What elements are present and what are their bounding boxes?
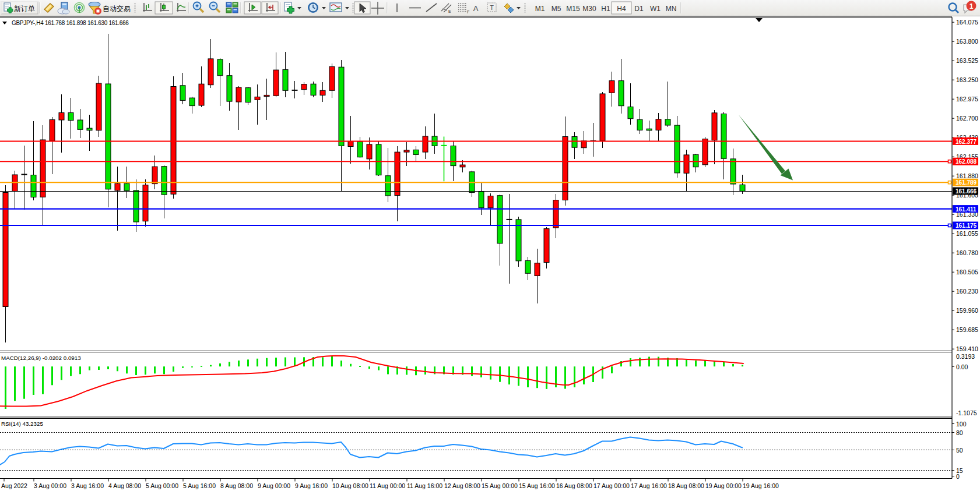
svg-text:161.411: 161.411 <box>956 206 977 213</box>
svg-text:163.250: 163.250 <box>956 76 978 83</box>
svg-text:RSI(14) 43.2325: RSI(14) 43.2325 <box>1 421 43 427</box>
svg-text:17 Aug 00:00: 17 Aug 00:00 <box>593 482 630 489</box>
svg-text:17 Aug 16:00: 17 Aug 16:00 <box>631 482 667 489</box>
svg-text:12 Aug 08:00: 12 Aug 08:00 <box>444 482 480 489</box>
svg-text:0: 0 <box>956 473 960 480</box>
svg-text:W1: W1 <box>650 5 661 13</box>
svg-text:9 Aug 16:00: 9 Aug 16:00 <box>295 482 328 489</box>
svg-text:A: A <box>473 4 479 13</box>
svg-text:-1.1075: -1.1075 <box>956 409 977 416</box>
svg-text:161.789: 161.789 <box>956 179 977 186</box>
svg-text:161.055: 161.055 <box>956 230 978 237</box>
svg-text:M1: M1 <box>535 5 545 13</box>
svg-text:E: E <box>448 9 451 13</box>
svg-text:8 Aug 08:00: 8 Aug 08:00 <box>220 482 253 489</box>
svg-text:5 Aug 00:00: 5 Aug 00:00 <box>146 482 178 489</box>
svg-text:161.175: 161.175 <box>956 222 977 229</box>
svg-text:159.960: 159.960 <box>956 307 978 314</box>
svg-text:161.880: 161.880 <box>956 172 978 179</box>
svg-text:自动交易: 自动交易 <box>103 5 131 13</box>
svg-text:1: 1 <box>970 2 974 10</box>
svg-text:19 Aug 16:00: 19 Aug 16:00 <box>743 482 779 489</box>
svg-text:163.800: 163.800 <box>956 38 978 45</box>
svg-text:164.075: 164.075 <box>956 19 978 26</box>
svg-text:新订单: 新订单 <box>14 5 35 13</box>
svg-text:MN: MN <box>666 5 677 13</box>
svg-text:100: 100 <box>956 421 967 428</box>
svg-text:162.700: 162.700 <box>956 115 978 122</box>
svg-text:10 Aug 08:00: 10 Aug 08:00 <box>332 482 368 489</box>
svg-text:162.088: 162.088 <box>956 158 977 165</box>
svg-text:0.3193: 0.3193 <box>956 353 975 360</box>
svg-text:159.685: 159.685 <box>956 326 978 333</box>
svg-text:3 Aug 16:00: 3 Aug 16:00 <box>71 482 104 489</box>
svg-text:H1: H1 <box>601 5 610 13</box>
svg-text:3 Aug 00:00: 3 Aug 00:00 <box>34 482 66 489</box>
svg-text:Aug 2022: Aug 2022 <box>1 482 27 489</box>
svg-text:159.410: 159.410 <box>956 345 978 352</box>
svg-text:15 Aug 00:00: 15 Aug 00:00 <box>482 482 518 489</box>
svg-text:160.505: 160.505 <box>956 269 978 275</box>
svg-text:0.00: 0.00 <box>956 363 968 370</box>
svg-text:M5: M5 <box>552 5 561 13</box>
svg-text:T: T <box>490 4 494 11</box>
svg-text:160.230: 160.230 <box>956 288 978 295</box>
svg-text:162.975: 162.975 <box>956 96 978 103</box>
svg-text:11 Aug 00:00: 11 Aug 00:00 <box>370 482 405 489</box>
svg-text:9 Aug 00:00: 9 Aug 00:00 <box>258 482 290 489</box>
svg-text:18 Aug 08:00: 18 Aug 08:00 <box>668 482 704 489</box>
svg-text:163.525: 163.525 <box>956 57 978 64</box>
svg-text:D1: D1 <box>634 5 644 13</box>
svg-text:161.666: 161.666 <box>956 188 977 195</box>
svg-text:162.377: 162.377 <box>956 139 977 145</box>
svg-text:160.780: 160.780 <box>956 249 978 256</box>
svg-text:GBPJPY-,H4 161.768 161.898 16: GBPJPY-,H4 161.768 161.898 161.630 161.6… <box>12 20 129 26</box>
svg-text:19 Aug 00:00: 19 Aug 00:00 <box>705 482 742 489</box>
svg-text:50: 50 <box>956 447 963 454</box>
svg-text:MACD(12,26,9) -0.0202 0.0913: MACD(12,26,9) -0.0202 0.0913 <box>1 355 81 361</box>
svg-text:M30: M30 <box>582 5 596 13</box>
svg-text:15 Aug 16:00: 15 Aug 16:00 <box>519 482 555 489</box>
svg-text:80: 80 <box>956 429 963 436</box>
svg-text:M15: M15 <box>566 5 580 13</box>
svg-text:11 Aug 16:00: 11 Aug 16:00 <box>407 482 442 489</box>
svg-text:16 Aug 08:00: 16 Aug 08:00 <box>556 482 592 489</box>
svg-text:5 Aug 16:00: 5 Aug 16:00 <box>183 482 216 489</box>
svg-text:H4: H4 <box>617 5 626 13</box>
svg-text:F: F <box>467 10 469 14</box>
svg-text:4 Aug 08:00: 4 Aug 08:00 <box>108 482 141 489</box>
